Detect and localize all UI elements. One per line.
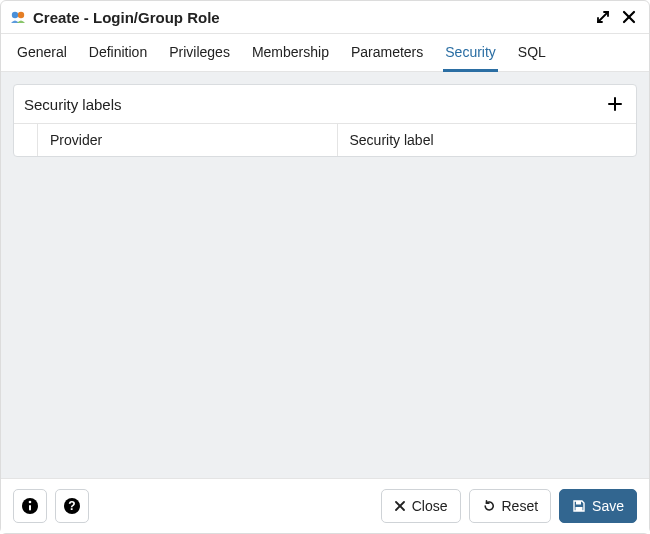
create-login-group-role-dialog: Create - Login/Group Role General Defini… xyxy=(0,0,650,534)
dialog-tabs: General Definition Privileges Membership… xyxy=(1,34,649,72)
x-icon xyxy=(394,500,406,512)
dialog-title: Create - Login/Group Role xyxy=(33,9,220,26)
info-button[interactable] xyxy=(13,489,47,523)
column-provider: Provider xyxy=(38,124,338,156)
save-icon xyxy=(572,499,586,513)
dialog-footer: ? Close Reset xyxy=(1,478,649,533)
reset-button-label: Reset xyxy=(502,498,539,514)
reset-button[interactable]: Reset xyxy=(469,489,552,523)
dialog-body: Security labels Provider Security label xyxy=(1,72,649,478)
expand-icon[interactable] xyxy=(593,7,613,27)
security-labels-header: Security labels xyxy=(14,85,636,124)
svg-point-1 xyxy=(18,12,24,18)
tab-general[interactable]: General xyxy=(15,34,69,72)
save-button[interactable]: Save xyxy=(559,489,637,523)
tab-security[interactable]: Security xyxy=(443,34,498,72)
svg-rect-7 xyxy=(576,501,581,505)
help-button[interactable]: ? xyxy=(55,489,89,523)
security-labels-heading: Security labels xyxy=(24,96,122,113)
svg-text:?: ? xyxy=(68,499,75,513)
close-icon[interactable] xyxy=(619,7,639,27)
save-button-label: Save xyxy=(592,498,624,514)
svg-rect-3 xyxy=(29,505,31,511)
role-icon xyxy=(9,8,27,26)
reset-icon xyxy=(482,499,496,513)
dialog-titlebar: Create - Login/Group Role xyxy=(1,1,649,34)
tab-membership[interactable]: Membership xyxy=(250,34,331,72)
close-button[interactable]: Close xyxy=(381,489,461,523)
row-number-gutter xyxy=(14,124,38,156)
tab-definition[interactable]: Definition xyxy=(87,34,149,72)
svg-point-4 xyxy=(29,501,32,504)
add-row-button[interactable] xyxy=(604,93,626,115)
security-labels-columns: Provider Security label xyxy=(14,124,636,156)
tab-privileges[interactable]: Privileges xyxy=(167,34,232,72)
tab-sql[interactable]: SQL xyxy=(516,34,548,72)
svg-point-0 xyxy=(12,12,18,18)
svg-rect-8 xyxy=(576,507,583,511)
column-security-label: Security label xyxy=(338,124,637,156)
close-button-label: Close xyxy=(412,498,448,514)
security-labels-panel: Security labels Provider Security label xyxy=(13,84,637,157)
tab-parameters[interactable]: Parameters xyxy=(349,34,425,72)
